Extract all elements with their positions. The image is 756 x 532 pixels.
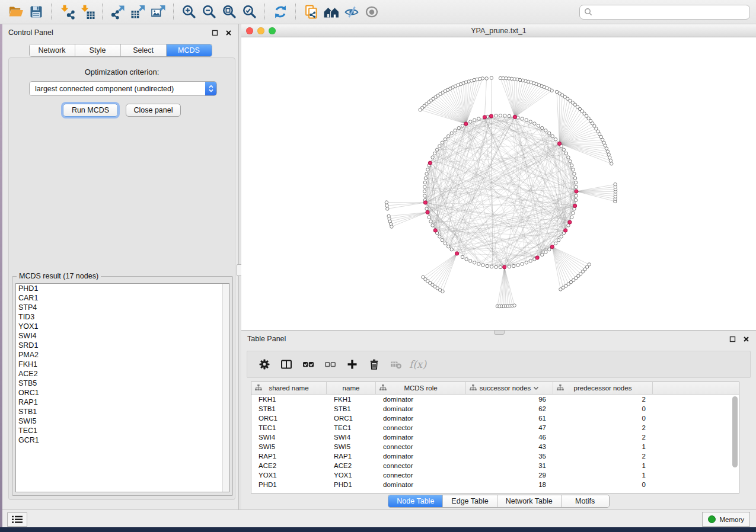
graph-node[interactable] — [503, 114, 506, 117]
graph-node[interactable] — [465, 258, 468, 261]
graph-mcds-node[interactable] — [550, 245, 554, 249]
delete-table-button[interactable] — [385, 354, 407, 375]
graph-node[interactable] — [499, 114, 502, 117]
graph-node[interactable] — [457, 126, 460, 129]
table-row[interactable]: RAP1RAP1dominator352 — [251, 451, 739, 461]
graph-node[interactable] — [569, 160, 572, 163]
graph-leaf-node[interactable] — [386, 207, 389, 210]
table-settings-button[interactable] — [253, 354, 275, 375]
graph-node[interactable] — [544, 129, 547, 132]
graph-node[interactable] — [525, 261, 528, 264]
mcds-result-item[interactable]: PHD1 — [16, 284, 229, 293]
graph-node[interactable] — [473, 261, 476, 264]
graph-node[interactable] — [461, 124, 464, 127]
mcds-list-scrollbar[interactable] — [222, 284, 229, 492]
graph-node[interactable] — [562, 148, 565, 151]
graph-node[interactable] — [551, 134, 554, 137]
graph-node[interactable] — [508, 114, 511, 117]
graph-node[interactable] — [477, 262, 480, 265]
graph-node[interactable] — [441, 141, 444, 144]
graph-mcds-node[interactable] — [513, 115, 516, 118]
graph-mcds-node[interactable] — [564, 229, 567, 232]
graph-node[interactable] — [521, 117, 524, 120]
graph-node[interactable] — [423, 181, 426, 184]
graph-node[interactable] — [431, 156, 434, 159]
table-row[interactable]: SWI4SWI4dominator462 — [251, 432, 739, 442]
graph-mcds-node[interactable] — [535, 256, 539, 259]
graph-node[interactable] — [428, 216, 430, 219]
graph-node[interactable] — [521, 262, 524, 265]
open-file-button[interactable] — [6, 2, 26, 22]
graph-node[interactable] — [447, 134, 450, 137]
graph-node[interactable] — [529, 259, 532, 262]
graph-mcds-node[interactable] — [483, 116, 486, 119]
graph-node[interactable] — [495, 265, 497, 268]
graph-node[interactable] — [423, 194, 426, 197]
graph-node[interactable] — [481, 264, 484, 267]
table-row[interactable]: FKH1FKH1dominator962 — [251, 395, 739, 404]
delete-row-button[interactable] — [363, 354, 385, 375]
table-row[interactable]: PHD1PHD1dominator180 — [251, 480, 739, 489]
graph-node[interactable] — [541, 253, 544, 256]
network-window-titlebar[interactable]: YPA_prune.txt_1 — [241, 24, 756, 37]
graph-node[interactable] — [574, 181, 577, 184]
tab-network[interactable]: Network — [30, 44, 75, 56]
mcds-result-item[interactable]: TID3 — [16, 312, 229, 322]
graph-node[interactable] — [572, 168, 575, 171]
graph-node[interactable] — [469, 120, 472, 123]
graph-node[interactable] — [537, 124, 540, 127]
graph-node[interactable] — [557, 239, 560, 242]
graph-node[interactable] — [490, 265, 493, 268]
memory-button[interactable]: Memory — [702, 512, 750, 527]
graph-node[interactable] — [529, 120, 532, 123]
graph-node[interactable] — [450, 132, 453, 134]
hide-selected-button[interactable] — [342, 2, 362, 22]
export-table-button[interactable] — [128, 2, 148, 22]
graph-node[interactable] — [431, 224, 434, 227]
graph-node[interactable] — [573, 172, 576, 175]
graph-node[interactable] — [564, 152, 567, 155]
mcds-result-item[interactable]: CAR1 — [16, 293, 229, 303]
graph-mcds-node[interactable] — [464, 122, 468, 126]
graph-node[interactable] — [541, 126, 544, 129]
graph-leaf-node[interactable] — [485, 77, 488, 80]
graph-node[interactable] — [548, 132, 551, 134]
mcds-result-item[interactable]: YOX1 — [16, 322, 229, 331]
tab-style[interactable]: Style — [75, 44, 121, 56]
tab-mcds[interactable]: MCDS — [167, 44, 212, 56]
graph-node[interactable] — [512, 264, 515, 267]
graph-node[interactable] — [486, 264, 489, 267]
graph-mcds-node[interactable] — [433, 229, 437, 232]
graph-leaf-node[interactable] — [608, 156, 611, 159]
zoom-fit-button[interactable] — [219, 2, 240, 22]
tab-motifs[interactable]: Motifs — [562, 495, 609, 507]
graph-mcds-node[interactable] — [503, 265, 506, 269]
graph-leaf-node[interactable] — [606, 150, 609, 153]
graph-node[interactable] — [560, 235, 563, 238]
tab-node-table[interactable]: Node Table — [388, 495, 443, 507]
import-table-button[interactable] — [77, 2, 97, 22]
graph-node[interactable] — [429, 220, 432, 223]
graph-node[interactable] — [574, 198, 577, 201]
function-builder-button[interactable]: f(x) — [407, 354, 429, 375]
graph-mcds-node[interactable] — [428, 161, 432, 165]
graph-node[interactable] — [426, 168, 429, 171]
graph-node[interactable] — [477, 117, 480, 120]
mcds-result-item[interactable]: ORC1 — [16, 388, 229, 398]
graph-node[interactable] — [573, 177, 576, 180]
graph-node[interactable] — [567, 156, 570, 159]
mcds-result-item[interactable]: STB1 — [16, 407, 229, 416]
column-header-name[interactable]: name — [327, 382, 376, 394]
graph-node[interactable] — [444, 242, 446, 245]
tab-select[interactable]: Select — [121, 44, 167, 56]
mcds-result-item[interactable]: GCR1 — [16, 435, 229, 445]
graph-node[interactable] — [461, 255, 464, 258]
mcds-result-item[interactable]: PMA2 — [16, 350, 229, 360]
graph-node[interactable] — [570, 216, 573, 219]
network-canvas[interactable] — [241, 37, 756, 330]
graph-node[interactable] — [425, 172, 428, 175]
graph-mcds-node[interactable] — [568, 220, 572, 224]
graph-leaf-node[interactable] — [390, 225, 393, 228]
graph-node[interactable] — [533, 122, 536, 125]
zoom-in-button[interactable] — [179, 2, 199, 22]
